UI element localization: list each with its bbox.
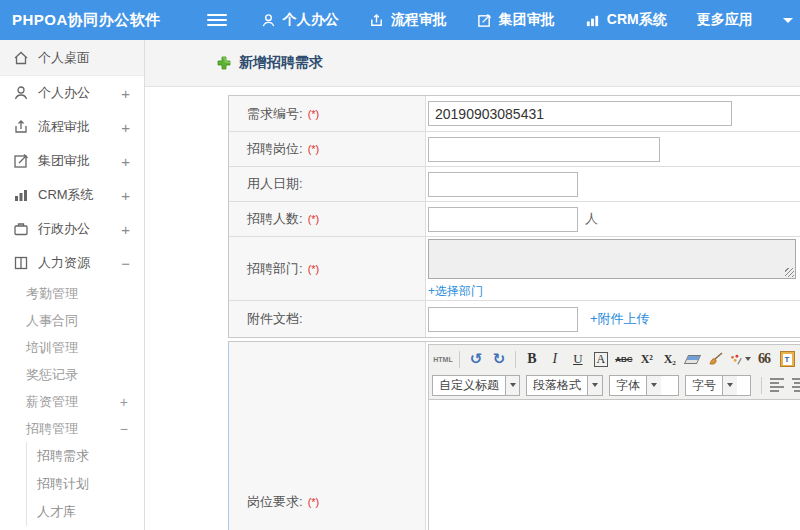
workflow-icon [369, 13, 384, 28]
recruitment-request-form: 需求编号: (*) 招聘岗位: (*) 用人日期 [228, 95, 800, 530]
color-pen-button[interactable] [728, 348, 752, 370]
topnav-more-apps[interactable]: 更多应用 [697, 11, 753, 29]
html-source-button[interactable]: HTML [432, 348, 454, 370]
unit-suffix: 人 [585, 210, 598, 228]
form-row-attachment: 附件文档: +附件上传 [229, 301, 800, 337]
topnav-group-approval[interactable]: 集团审批 [477, 11, 555, 29]
brush-icon [708, 352, 724, 366]
request-number-input[interactable] [428, 101, 732, 126]
bar-chart-icon [585, 13, 600, 28]
caret-down-icon [505, 376, 519, 395]
sidebar-item-group-approval[interactable]: 集团审批 + [0, 144, 144, 178]
hire-date-input[interactable] [428, 172, 578, 197]
align-left-button[interactable] [767, 374, 788, 396]
hamburger-menu-icon[interactable] [207, 11, 227, 29]
required-mark: (*) [308, 496, 320, 508]
toolbar-separator [515, 351, 516, 368]
editor-toolbar-row-2: 自定义标题 段落格式 字体 [432, 372, 800, 398]
custom-heading-dropdown[interactable]: 自定义标题 [432, 375, 520, 396]
sidebar-item-personal-desktop[interactable]: 个人桌面 [0, 40, 144, 76]
remove-format-button[interactable] [682, 348, 704, 370]
sidebar-item-training-management[interactable]: 培训管理 [0, 334, 144, 361]
topnav-personal-office[interactable]: 个人办公 [261, 11, 339, 29]
sidebar-item-human-resources[interactable]: 人力资源 − [0, 246, 144, 280]
topnav-workflow-approval[interactable]: 流程审批 [369, 11, 447, 29]
sidebar-item-personal-office[interactable]: 个人办公 + [0, 76, 144, 110]
attachment-input[interactable] [428, 307, 578, 332]
workflow-icon [12, 119, 29, 136]
sidebar-item-salary-management[interactable]: 薪资管理 + [0, 388, 144, 415]
eraser-icon [684, 355, 701, 364]
expand-icon[interactable]: + [121, 119, 130, 136]
add-icon [217, 56, 231, 70]
bar-chart-icon [12, 187, 29, 204]
paragraph-format-dropdown[interactable]: 段落格式 [526, 375, 603, 396]
sidebar-item-recruitment-plan[interactable]: 招聘计划 [27, 470, 144, 498]
main-content: 新增招聘需求 需求编号: (*) 招聘岗位: (*) [145, 40, 800, 530]
rich-text-editor: HTML ↺ ↻ B I U A ABC X² X₂ [428, 344, 800, 530]
sidebar-item-recruitment-management[interactable]: 招聘管理 − [0, 415, 144, 442]
font-style-button[interactable]: A [590, 348, 612, 370]
sidebar-item-reward-punishment[interactable]: 奖惩记录 [0, 361, 144, 388]
caret-down-icon[interactable] [783, 18, 793, 23]
required-mark: (*) [308, 143, 320, 155]
redo-button[interactable]: ↻ [488, 348, 510, 370]
sidebar-item-crm-system[interactable]: CRM系统 + [0, 178, 144, 212]
sidebar-item-attendance-management[interactable]: 考勤管理 [0, 280, 144, 307]
underline-button[interactable]: U [567, 348, 589, 370]
recruit-position-input[interactable] [428, 137, 660, 162]
app-brand: PHPOA协同办公软件 [12, 11, 161, 30]
caret-down-icon [587, 376, 602, 395]
resize-grip-icon[interactable] [785, 268, 794, 277]
subscript-button[interactable]: X₂ [659, 348, 681, 370]
expand-icon[interactable]: + [121, 187, 130, 204]
form-row-request-number: 需求编号: (*) [229, 96, 800, 132]
form-row-recruit-position: 招聘岗位: (*) [229, 132, 800, 167]
topnav-crm-system[interactable]: CRM系统 [585, 11, 667, 29]
sidebar-item-admin-office[interactable]: 行政办公 + [0, 212, 144, 246]
edit-icon [12, 153, 29, 170]
superscript-button[interactable]: X² [636, 348, 658, 370]
required-mark: (*) [308, 108, 320, 120]
book-icon [12, 255, 29, 272]
sidebar-item-workflow-approval[interactable]: 流程审批 + [0, 110, 144, 144]
collapse-icon[interactable]: − [120, 421, 128, 437]
recruit-count-input[interactable] [428, 207, 578, 232]
italic-button[interactable]: I [544, 348, 566, 370]
required-mark: (*) [308, 263, 320, 275]
editor-toolbar-row-1: HTML ↺ ↻ B I U A ABC X² X₂ [432, 346, 800, 372]
select-department-link[interactable]: +选择部门 [428, 283, 483, 300]
caret-down-icon [646, 376, 661, 395]
strikethrough-button[interactable]: ABC [613, 348, 635, 370]
sidebar-item-personnel-contract[interactable]: 人事合同 [0, 307, 144, 334]
color-palette-icon [729, 353, 742, 366]
format-brush-button[interactable] [705, 348, 727, 370]
expand-icon[interactable]: + [121, 85, 130, 102]
caret-down-icon [745, 357, 751, 361]
paste-as-text-button[interactable]: T [776, 348, 798, 370]
blockquote-button[interactable]: 66 [753, 348, 775, 370]
expand-icon[interactable]: + [121, 153, 130, 170]
bold-button[interactable]: B [521, 348, 543, 370]
clipboard-icon: T [780, 351, 795, 367]
attachment-upload-link[interactable]: +附件上传 [590, 310, 650, 328]
font-size-dropdown[interactable]: 字号 [685, 375, 751, 396]
expand-icon[interactable]: + [120, 394, 128, 410]
undo-button[interactable]: ↺ [465, 348, 487, 370]
sidebar-item-recruitment-request[interactable]: 招聘需求 [27, 442, 144, 470]
recruitment-submenu: 招聘需求 招聘计划 人才库 [26, 442, 144, 526]
font-family-dropdown[interactable]: 字体 [609, 375, 679, 396]
form-row-hire-date: 用人日期: [229, 167, 800, 202]
page-title: 新增招聘需求 [239, 54, 323, 72]
collapse-icon[interactable]: − [121, 255, 130, 272]
user-icon [12, 85, 29, 102]
sidebar-item-talent-pool[interactable]: 人才库 [27, 498, 144, 526]
toolbar-separator [459, 351, 460, 368]
form-row-recruit-count: 招聘人数: (*) 人 [229, 202, 800, 237]
align-center-button[interactable] [789, 374, 800, 396]
expand-icon[interactable]: + [121, 221, 130, 238]
department-textarea[interactable] [428, 239, 796, 279]
editor-content-area[interactable] [429, 399, 800, 530]
form-row-recruit-department: 招聘部门: (*) +选择部门 [229, 237, 800, 301]
top-header-bar: PHPOA协同办公软件 个人办公 流程审批 集团审批 CRM系统 [0, 0, 800, 40]
